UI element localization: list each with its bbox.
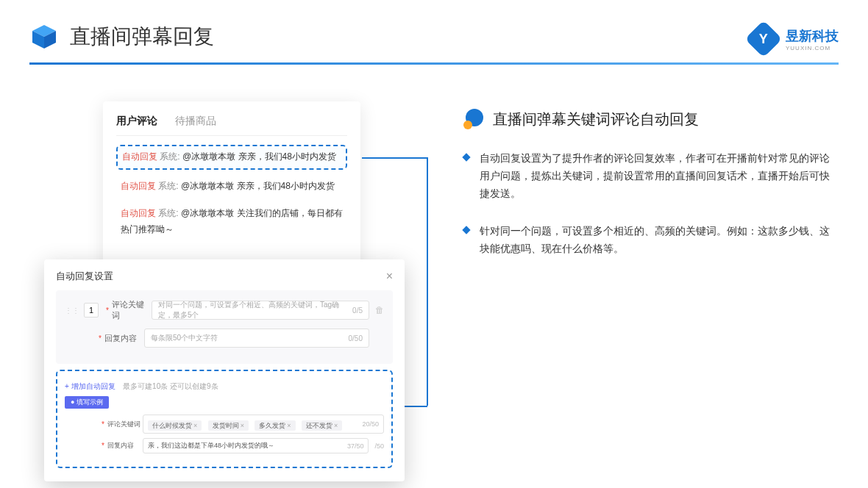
connector-line [427, 157, 428, 406]
content-label: 回复内容 [104, 333, 144, 344]
outer-counter: /50 [374, 442, 384, 450]
connector-line [362, 157, 427, 159]
tab-user-comments[interactable]: 用户评论 [116, 115, 157, 128]
input-placeholder: 每条限50个中文字符 [151, 333, 218, 343]
tag-chip[interactable]: 还不发货× [302, 420, 342, 431]
brand-icon: Y [745, 21, 783, 58]
required-star: * [99, 334, 102, 342]
counter: 20/50 [362, 420, 379, 428]
comment-user: @冰墩墩本墩 [181, 181, 234, 191]
required-star: * [102, 442, 104, 450]
auto-reply-settings-modal: 自动回复设置 × ⋮⋮ 1 * 评论关键词 对同一个问题，可设置多个相近、高频的… [44, 259, 405, 481]
trash-icon[interactable]: 🗑 [375, 305, 384, 315]
counter: 37/50 [347, 442, 364, 450]
comment-text: 亲亲，我们48小时内发货 [237, 181, 335, 191]
comment-text: 亲亲，我们48小时内发货 [238, 151, 336, 162]
auto-reply-tag: 自动回复 [122, 151, 157, 162]
example-keyword-input[interactable]: 什么时候发货× 发货时间× 多久发货× 还不发货× 20/50 [143, 415, 384, 434]
content-input[interactable]: 每条限50个中文字符 0/50 [144, 329, 369, 348]
auto-reply-tag: 自动回复 [121, 208, 156, 218]
comment-user: @冰墩墩本墩 [181, 208, 234, 218]
input-placeholder: 对同一个问题，可设置多个相近、高频的关键词，Tag确定，最多5个 [158, 300, 352, 320]
example-keyword-label: 评论关键词 [107, 420, 143, 429]
system-label: 系统: [158, 208, 178, 218]
tab-pending-goods[interactable]: 待播商品 [175, 115, 216, 128]
tag-chip[interactable]: 多久发货× [255, 420, 295, 431]
brand-sub: YUUXIN.COM [786, 45, 839, 51]
comment-item: 自动回复 系统: @冰墩墩本墩 关注我们的店铺，每日都有热门推荐呦～ [116, 203, 347, 240]
add-auto-reply-link[interactable]: + 增加自动回复 [65, 382, 115, 390]
comment-item-highlighted: 自动回复 系统: @冰墩墩本墩 亲亲，我们48小时内发货 [116, 145, 347, 170]
comments-panel: 用户评论 待播商品 自动回复 系统: @冰墩墩本墩 亲亲，我们48小时内发货 自… [103, 101, 360, 279]
required-star: * [106, 306, 109, 315]
drag-handle-icon[interactable]: ⋮⋮ [65, 306, 79, 315]
counter: 0/50 [349, 334, 363, 342]
system-label: 系统: [160, 151, 179, 162]
keyword-label: 评论关键词 [112, 299, 152, 321]
example-badge: ● 填写示例 [65, 396, 109, 409]
required-star: * [102, 420, 104, 428]
counter: 0/5 [352, 306, 363, 315]
cube-icon [29, 22, 59, 51]
section-icon [463, 109, 484, 129]
bullet-text: 针对同一个问题，可设置多个相近的、高频的关键词。例如：这款多少钱、这块能优惠吗、… [480, 223, 839, 258]
diamond-icon [462, 226, 470, 234]
row-number: 1 [84, 303, 99, 317]
tag-chip[interactable]: 什么时候发货× [148, 420, 202, 431]
keyword-input[interactable]: 对同一个问题，可设置多个相近、高频的关键词，Tag确定，最多5个 0/5 [152, 301, 369, 320]
page-title: 直播间弹幕回复 [70, 23, 214, 51]
settings-title: 自动回复设置 [56, 270, 113, 283]
example-block: + 增加自动回复 最多可建10条 还可以创建9条 ● 填写示例 * 评论关键词 … [56, 370, 393, 468]
brand-logo: Y 昱新科技 YUUXIN.COM [750, 26, 839, 52]
bullet-text: 自动回复设置为了提升作者的评论回复效率，作者可在开播前针对常见的评论用户问题，提… [480, 150, 839, 202]
tag-chip[interactable]: 发货时间× [208, 420, 249, 431]
close-icon[interactable]: × [386, 270, 393, 283]
system-label: 系统: [158, 181, 178, 191]
example-content-label: 回复内容 [107, 441, 143, 451]
comment-item: 自动回复 系统: @冰墩墩本墩 亲亲，我们48小时内发货 [116, 176, 347, 198]
example-content-input[interactable]: 亲，我们这边都是下单48小时内发货的哦～ 37/50 [143, 438, 369, 453]
add-hint: 最多可建10条 还可以创建9条 [123, 382, 218, 390]
diamond-icon [462, 153, 470, 161]
example-content-text: 亲，我们这边都是下单48小时内发货的哦～ [148, 441, 274, 451]
comment-user: @冰墩墩本墩 [182, 151, 235, 162]
section-title: 直播间弹幕关键词评论自动回复 [493, 110, 699, 129]
brand-name: 昱新科技 [786, 27, 839, 45]
auto-reply-tag: 自动回复 [121, 181, 156, 191]
